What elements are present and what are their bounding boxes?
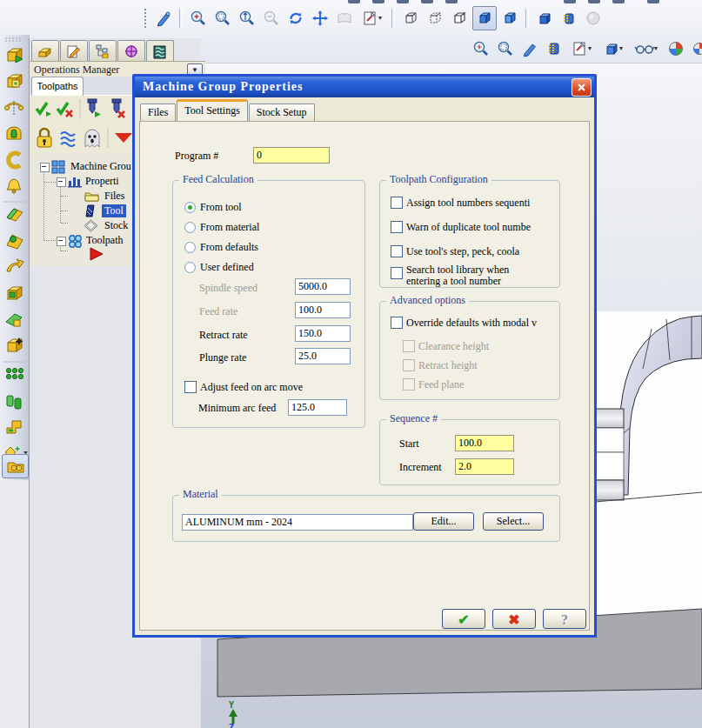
rotate-swivel-icon[interactable] — [5, 101, 23, 115]
toolbar-grip[interactable] — [144, 8, 148, 29]
tree-label[interactable]: Stock — [104, 219, 128, 232]
gem-icon[interactable] — [7, 209, 23, 221]
tab-wcs-icon[interactable] — [117, 40, 145, 61]
arc-magnet-icon[interactable] — [9, 153, 20, 167]
radio-from-material[interactable] — [184, 222, 196, 233]
curved-arrow-icon[interactable] — [7, 259, 23, 271]
tab-files[interactable]: Files — [140, 104, 176, 121]
radio-from-tool[interactable] — [184, 202, 196, 213]
cube-arrow-icon[interactable] — [8, 49, 23, 63]
cube-green-face-icon[interactable] — [8, 287, 22, 299]
tab-hierarchy-icon[interactable] — [89, 40, 117, 61]
cube-blue-icon[interactable] — [533, 7, 556, 30]
cube-sparkle-icon[interactable] — [8, 337, 23, 351]
cube-shaded-icon[interactable] — [472, 6, 497, 30]
cancel-button[interactable]: ✖ — [492, 609, 536, 629]
cube-wireframe-icon[interactable] — [399, 7, 422, 30]
radio-from-defaults[interactable] — [184, 242, 196, 253]
color-sphere-icon[interactable] — [665, 37, 687, 60]
warn-duplicate-checkbox[interactable] — [391, 221, 403, 233]
expand-toggle[interactable] — [57, 177, 66, 187]
assign-tool-numbers-checkbox[interactable] — [391, 197, 403, 209]
tree-label[interactable]: Properti — [85, 175, 119, 188]
zoom-window-icon[interactable] — [494, 37, 517, 60]
cube-outline-icon[interactable] — [448, 7, 471, 30]
material-input[interactable] — [182, 514, 413, 531]
radio-user-defined[interactable] — [184, 262, 196, 273]
tree-label[interactable]: Toolpath — [86, 234, 124, 247]
repaint-icon[interactable] — [284, 7, 307, 30]
search-tool-library-checkbox[interactable] — [391, 267, 403, 279]
cube-hidden-line-icon[interactable] — [424, 7, 446, 30]
cube-coil-icon[interactable] — [558, 7, 580, 30]
ghost-icon[interactable] — [85, 130, 99, 147]
tab-solids-icon[interactable] — [31, 40, 59, 61]
gem-chamfer-icon[interactable] — [7, 235, 23, 249]
color-sphere-flag-icon[interactable]: ▼ — [689, 37, 702, 60]
zoom-target-icon[interactable] — [236, 7, 258, 30]
dots-grid-icon[interactable] — [6, 368, 23, 378]
retract-rate-input[interactable] — [295, 325, 351, 342]
material-select-button[interactable]: Select... — [483, 512, 544, 531]
tool-x-icon[interactable] — [112, 99, 124, 117]
increment-input[interactable] — [455, 458, 514, 475]
select-check-play-icon[interactable] — [37, 103, 51, 117]
plunge-rate-input[interactable] — [295, 348, 351, 364]
sphere-gray-icon[interactable] — [582, 7, 605, 30]
pan-icon[interactable] — [309, 7, 331, 30]
ok-button[interactable]: ✔ — [442, 609, 485, 629]
checkbox-label: Warn of duplicate tool numbe — [406, 222, 556, 233]
pointer-icon[interactable] — [152, 7, 175, 30]
tab-toolpaths[interactable]: Toolpaths — [31, 77, 84, 96]
feed-plane-checkbox[interactable] — [403, 378, 415, 391]
clearance-height-checkbox[interactable] — [403, 340, 415, 352]
use-tool-step-checkbox[interactable] — [391, 245, 403, 257]
tab-toolpaths-manager-icon[interactable] — [146, 40, 174, 63]
feed-rate-input[interactable] — [295, 302, 351, 318]
glasses-dropdown-icon[interactable]: ▼ — [630, 37, 663, 60]
waves-icon[interactable] — [61, 132, 75, 146]
expand-toggle[interactable] — [40, 163, 50, 172]
bracket-icon[interactable] — [7, 421, 21, 433]
tool-play-icon[interactable] — [88, 99, 101, 117]
override-defaults-checkbox[interactable] — [391, 317, 403, 329]
spindle-speed-input[interactable] — [295, 278, 351, 295]
view-toolbar-2: ▼ ▼ ▼ ▼ — [470, 37, 702, 60]
tab-tool-settings[interactable]: Tool Settings — [177, 99, 248, 121]
start-input[interactable] — [455, 435, 514, 451]
cube-dropdown-icon[interactable]: ▼ — [598, 37, 628, 60]
min-arc-feed-input[interactable] — [288, 399, 347, 416]
tree-label-selected[interactable]: Tool — [102, 204, 126, 217]
magnet-cube-icon[interactable] — [543, 37, 565, 60]
tab-notes-icon[interactable] — [60, 40, 88, 61]
triangle-down-icon[interactable] — [115, 133, 132, 143]
expand-toggle[interactable] — [57, 237, 66, 246]
close-button[interactable] — [572, 78, 592, 97]
lock-icon[interactable] — [37, 129, 51, 147]
tree-label[interactable]: Files — [104, 190, 124, 203]
retract-height-checkbox[interactable] — [403, 359, 415, 371]
cube-shaded-edges-icon[interactable] — [498, 7, 521, 30]
help-button[interactable]: ? — [543, 609, 586, 629]
gray-book-icon[interactable] — [333, 7, 356, 30]
cube-square-icon[interactable] — [8, 75, 22, 87]
zoom-out-icon[interactable] — [260, 7, 283, 30]
tab-stock-setup[interactable]: Stock Setup — [249, 104, 315, 121]
bell-icon[interactable] — [7, 179, 21, 193]
adjust-feed-arc-checkbox[interactable] — [184, 381, 197, 393]
zoom-in-icon[interactable] — [187, 7, 210, 30]
select-check-x-icon[interactable] — [57, 103, 72, 117]
program-input[interactable] — [253, 147, 330, 164]
dialog-titlebar[interactable]: Machine Group Properties — [135, 77, 594, 97]
folder-gears-button[interactable] — [2, 454, 29, 478]
wedge-square-icon[interactable] — [6, 314, 22, 326]
screen-page-icon[interactable]: ▼ — [358, 7, 387, 30]
zoom-window-icon[interactable] — [211, 7, 234, 30]
page-dropdown-icon[interactable]: ▼ — [567, 37, 597, 60]
pointer-icon[interactable] — [518, 37, 541, 60]
paired-shapes-icon[interactable] — [7, 396, 21, 409]
crown-icon[interactable] — [7, 127, 21, 139]
material-edit-button[interactable]: Edit... — [413, 512, 474, 531]
tree-label[interactable]: Machine Grou — [70, 160, 131, 173]
zoom-in-icon[interactable] — [470, 37, 492, 60]
